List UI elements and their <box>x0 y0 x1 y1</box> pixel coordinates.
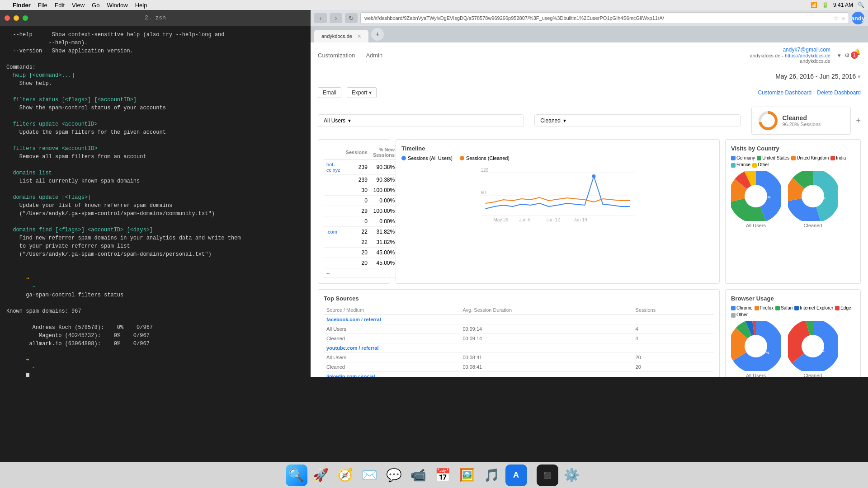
search-icon[interactable]: 🔍 <box>858 2 864 8</box>
terminal-window[interactable]: 2. zsh --help Show context-sensitive hel… <box>0 10 311 377</box>
sessions-facebook-cleaned: 4 <box>633 334 714 343</box>
close-button[interactable] <box>5 15 10 21</box>
row-pct: 31.82% <box>370 227 397 237</box>
maximize-button[interactable] <box>23 15 28 21</box>
export-button[interactable]: Export ▾ <box>347 87 377 98</box>
dock-messages[interactable]: 💬 <box>383 465 405 486</box>
legend-france: France <box>731 162 750 167</box>
term-line <box>6 161 304 169</box>
nav-admin[interactable]: Admin <box>366 52 382 59</box>
delete-dashboard-link[interactable]: Delete Dashboard <box>817 89 861 96</box>
menu-view[interactable]: View <box>72 2 85 9</box>
ga-header: Customization Admin andyk7@gmail.com and… <box>311 42 868 68</box>
svg-text:26.5%: 26.5% <box>807 190 817 194</box>
all-users-dropdown[interactable]: All Users ▾ <box>318 114 524 127</box>
browser-all-users-pie: 65.9% 20.7% All Users <box>731 321 781 377</box>
new-tab-button[interactable]: + <box>371 28 384 41</box>
email-button[interactable]: Email <box>318 87 341 98</box>
forward-button[interactable]: › <box>330 13 342 23</box>
table-sub-row: All Users 00:09:14 4 <box>324 324 714 334</box>
source-youtube[interactable]: youtube.com / referral <box>324 343 714 353</box>
browser-pie-row: 65.9% 20.7% All Users <box>731 321 855 377</box>
add-widget-button[interactable]: + <box>856 116 861 126</box>
visits-by-country-widget: Visits by Country Germany United States … <box>725 139 861 284</box>
dock-photos[interactable]: 🖼️ <box>457 465 478 486</box>
bookmark-icon[interactable]: ☆ <box>833 14 839 22</box>
row-source <box>324 237 343 248</box>
menu-icon[interactable]: ≡ <box>842 15 845 21</box>
menu-finder[interactable]: Finder <box>13 2 31 9</box>
table-sub-row: Cleaned 00:09:14 4 <box>324 334 714 343</box>
settings-icon[interactable]: ⚙ <box>844 52 850 59</box>
svg-text:14.8%: 14.8% <box>815 196 826 200</box>
minimize-button[interactable] <box>14 15 19 21</box>
segment-table-widget: Sessions % New Sessions bot-cc.xyz 239 9… <box>318 139 390 284</box>
term-cmd-domains-find: domains find [<flags>] <accountID> [<day… <box>6 226 304 234</box>
menu-edit[interactable]: Edit <box>55 2 65 9</box>
table-row: 29 100.00% <box>324 206 397 216</box>
user-info: andyk7@gmail.com andykdocs.de - https://… <box>750 47 830 64</box>
legend-label-all-users: Sessions (All Users) <box>408 155 453 161</box>
reload-button[interactable]: ↻ <box>345 13 358 23</box>
menu-file[interactable]: File <box>38 2 47 9</box>
source-linkedin[interactable]: linkedin.com / social <box>324 372 714 377</box>
tab-close-icon[interactable]: × <box>358 33 361 40</box>
cleaned-dropdown[interactable]: Cleaned ▾ <box>534 114 740 127</box>
row-pct: 90.38% <box>370 160 397 175</box>
row-sessions: 30 <box>343 185 370 196</box>
row-sessions: 22 <box>343 227 370 237</box>
dropdown-icon[interactable]: ▾ <box>838 52 841 59</box>
avatar[interactable]: andy <box>852 12 864 24</box>
term-line <box>6 55 304 63</box>
row-pct: 100.00% <box>370 185 397 196</box>
col-source <box>324 145 343 160</box>
dock-appstore[interactable]: A <box>505 465 527 486</box>
date-dropdown-icon[interactable]: ▾ <box>858 73 861 80</box>
url-bar[interactable]: web/#/dashboard/9ZabnVyaTWylvDgEVIsgDQ/a… <box>360 12 849 24</box>
ga-dashboard-body: Customization Admin andyk7@gmail.com and… <box>311 42 868 377</box>
svg-text:20.7%: 20.7% <box>759 351 769 355</box>
svg-text:27.5%: 27.5% <box>760 195 771 199</box>
dock-sysprefs[interactable]: ⚙️ <box>561 465 583 486</box>
svg-text:65.9%: 65.9% <box>750 342 760 346</box>
menu-window[interactable]: Window <box>107 2 127 9</box>
legend-ie: Internet Explorer <box>794 305 833 310</box>
term-final-prompt[interactable]: ➜ ~ <box>6 348 304 377</box>
dock-calendar[interactable]: 📅 <box>432 465 454 486</box>
term-line: Update the spam filters for the given ac… <box>6 128 304 136</box>
cleaned-label: Cleaned <box>783 114 821 122</box>
tab-title: andykdocs.de <box>321 33 352 39</box>
dock-terminal[interactable]: ⬛ <box>537 465 558 486</box>
row-sessions: 0 <box>343 196 370 206</box>
nav-customization[interactable]: Customization <box>318 52 355 59</box>
term-cmd-domains-list: domains list <box>6 169 304 177</box>
dock-facetime[interactable]: 📹 <box>408 465 429 486</box>
menu-help[interactable]: Help <box>135 2 147 9</box>
term-line: --help Show context-sensitive help (also… <box>6 31 304 39</box>
term-line: --help-man). <box>6 39 304 47</box>
date-range[interactable]: May 26, 2016 - Jun 25, 2016 <box>775 73 856 80</box>
source-facebook[interactable]: facebook.com / referral <box>324 315 714 324</box>
row-source <box>324 216 343 227</box>
dock-itunes[interactable]: 🎵 <box>481 465 503 486</box>
dock-mail[interactable]: ✉️ <box>359 465 381 486</box>
terminal-titlebar: 2. zsh <box>0 10 311 26</box>
row-source <box>324 196 343 206</box>
term-cmd-help: help [<command>...] <box>6 71 304 80</box>
back-button[interactable]: ‹ <box>314 13 327 23</box>
dock-finder[interactable]: 🔍 <box>286 465 307 486</box>
terminal-content[interactable]: --help Show context-sensitive help (also… <box>0 26 311 377</box>
browser-usage-title: Browser Usage <box>731 295 855 302</box>
cleaned-pie-label: Cleaned <box>788 223 838 228</box>
term-line <box>6 218 304 226</box>
legend-chrome: Chrome <box>731 305 753 310</box>
active-tab[interactable]: andykdocs.de × <box>314 30 368 42</box>
customize-dashboard-link[interactable]: Customize Dashboard <box>758 89 812 96</box>
dock-safari[interactable]: 🧭 <box>335 465 356 486</box>
browser-cleaned-label: Cleaned <box>788 373 838 377</box>
dock-launchpad[interactable]: 🚀 <box>310 465 332 486</box>
term-line <box>6 258 304 267</box>
duration-youtube-cleaned: 00:08:41 <box>460 362 632 372</box>
bottom-content-row: Top Sources Source / Medium Avg. Session… <box>318 289 861 377</box>
menu-go[interactable]: Go <box>92 2 99 9</box>
